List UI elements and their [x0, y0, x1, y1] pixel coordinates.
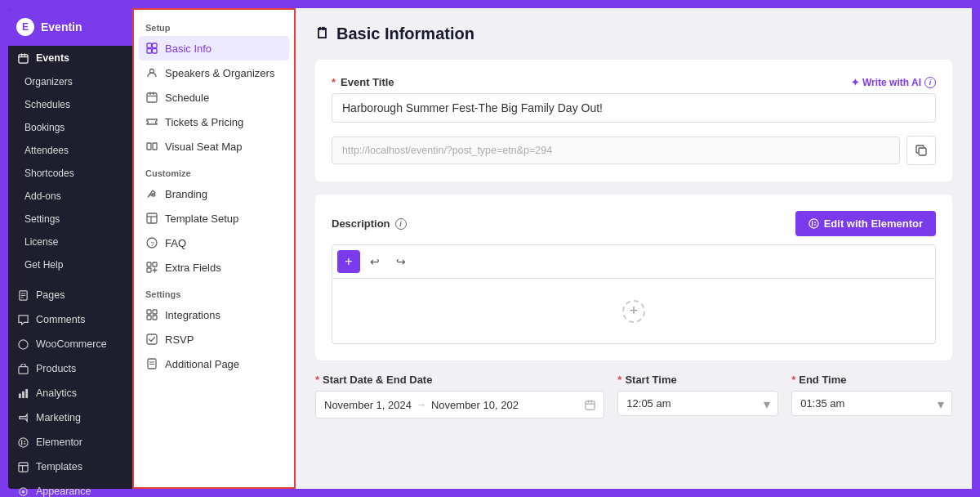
start-time-select[interactable]: 12:05 am: [617, 391, 778, 416]
description-label: Description i: [332, 217, 407, 230]
sub-sidebar: Setup Basic Info Speakers & Organizers S…: [132, 8, 296, 489]
svg-rect-9: [18, 366, 27, 373]
url-copy-button[interactable]: [906, 136, 936, 165]
marketing-icon: [16, 411, 29, 424]
sub-sidebar-basic-info[interactable]: Basic Info: [139, 36, 289, 60]
start-time-wrap: 12:05 am: [617, 391, 778, 416]
sidebar-item-marketing[interactable]: Marketing: [8, 405, 132, 430]
svg-rect-0: [18, 54, 27, 62]
event-title-required: *: [332, 76, 336, 88]
url-input[interactable]: [332, 137, 900, 164]
main-content-area: Setup Basic Info Speakers & Organizers S…: [132, 8, 972, 489]
sidebar-item-pages[interactable]: Pages: [8, 283, 132, 307]
svg-point-13: [18, 437, 27, 446]
sub-sidebar-additional-page[interactable]: Additional Page: [134, 351, 294, 376]
sub-sidebar-rsvp[interactable]: RSVP: [134, 327, 294, 351]
svg-point-21: [21, 490, 24, 493]
ticket-icon: [145, 115, 158, 128]
sidebar-item-elementor[interactable]: Elementor: [8, 430, 132, 454]
editor-redo-button[interactable]: ↪: [390, 250, 412, 273]
svg-point-52: [809, 219, 818, 228]
sub-sidebar-integrations[interactable]: Integrations: [134, 302, 294, 327]
settings-section-title: Settings: [134, 284, 294, 302]
svg-rect-45: [147, 316, 151, 320]
templates-icon: [16, 460, 29, 473]
editor-body: +: [332, 279, 936, 344]
sub-sidebar-visual-seat[interactable]: Visual Seat Map: [134, 134, 294, 159]
user-circle-icon: [145, 66, 158, 79]
event-title-input[interactable]: [332, 93, 936, 123]
sidebar-item-analytics[interactable]: Analytics: [8, 381, 132, 405]
sub-sidebar-schedule[interactable]: Schedule: [134, 85, 294, 110]
sidebar-item-attendees[interactable]: Attendees: [8, 139, 132, 162]
svg-rect-32: [153, 143, 157, 150]
sidebar-item-bookings[interactable]: Bookings: [8, 116, 132, 139]
map-icon: [145, 140, 158, 153]
page-title-icon: 🗒: [315, 25, 330, 43]
template-icon: [145, 212, 158, 225]
sidebar-item-addons[interactable]: Add-ons: [8, 185, 132, 208]
date-input[interactable]: November 1, 2024 → November 10, 202: [315, 391, 604, 419]
sub-sidebar-branding[interactable]: Branding: [134, 181, 294, 206]
sub-sidebar-faq[interactable]: ? FAQ: [134, 231, 294, 255]
editor-add-content-button[interactable]: +: [622, 300, 645, 323]
sidebar-item-products[interactable]: Products: [8, 356, 132, 381]
svg-rect-22: [147, 43, 152, 48]
svg-rect-38: [147, 262, 151, 266]
grid-plus-icon: [145, 261, 158, 274]
svg-rect-17: [18, 462, 27, 471]
svg-rect-33: [147, 213, 157, 223]
sidebar-item-schedules[interactable]: Schedules: [8, 93, 132, 116]
right-panel: 🗒 Basic Information * Event Title ✦ Writ…: [296, 8, 972, 489]
sidebar-item-organizers[interactable]: Organizers: [8, 70, 132, 93]
sidebar-item-comments[interactable]: Comments: [8, 307, 132, 332]
sidebar-item-settings[interactable]: Settings: [8, 208, 132, 231]
sub-sidebar-extra-fields[interactable]: Extra Fields: [134, 255, 294, 280]
logo-text: Eventin: [41, 20, 82, 34]
svg-rect-11: [22, 391, 24, 397]
paint-icon: [145, 187, 158, 200]
sub-sidebar-speakers[interactable]: Speakers & Organizers: [134, 60, 294, 85]
date-arrow: →: [416, 399, 426, 410]
sidebar-item-get-help[interactable]: Get Help: [8, 253, 132, 276]
sub-sidebar-template-setup[interactable]: Template Setup: [134, 206, 294, 231]
ai-star: ✦: [851, 77, 859, 88]
sub-sidebar-tickets[interactable]: Tickets & Pricing: [134, 110, 294, 134]
setup-section-title: Setup: [134, 18, 294, 36]
svg-rect-51: [919, 148, 926, 155]
sidebar-item-appearance[interactable]: Appearance: [8, 479, 132, 497]
sidebar-item-events[interactable]: Events: [8, 46, 132, 70]
svg-rect-25: [153, 49, 158, 54]
svg-rect-44: [153, 310, 157, 314]
elementor-btn-icon: [808, 218, 819, 229]
comments-icon: [16, 313, 29, 326]
svg-rect-10: [18, 393, 20, 398]
end-time-select[interactable]: 01:35 am: [791, 391, 952, 416]
svg-rect-46: [153, 316, 157, 320]
editor-add-block-button[interactable]: +: [337, 250, 360, 273]
edit-elementor-button[interactable]: Edit with Elementor: [795, 211, 936, 236]
svg-point-8: [18, 339, 27, 348]
calendar-icon: [16, 51, 29, 65]
end-time-field: * End Time 01:35 am: [791, 374, 952, 416]
elementor-icon: [16, 436, 29, 449]
description-section: Description i Edit with Elementor + ↩: [315, 195, 952, 360]
page-title: 🗒 Basic Information: [315, 25, 952, 43]
sidebar-item-license[interactable]: License: [8, 231, 132, 253]
page-icon: [145, 357, 158, 370]
ai-info-icon: i: [924, 77, 936, 88]
checkbox-icon: [145, 333, 158, 346]
event-title-section: * Event Title ✦ Write with AI i: [315, 60, 952, 181]
date-field: * Start Date & End Date November 1, 2024…: [315, 374, 604, 419]
main-sidebar: E Eventin Events Organizers Schedules Bo…: [8, 8, 132, 489]
calendar-grid-icon: [145, 91, 158, 104]
grid-icon: [145, 42, 158, 55]
url-row: [332, 136, 936, 165]
editor-undo-button[interactable]: ↩: [363, 250, 386, 273]
sidebar-item-woocommerce[interactable]: WooCommerce: [8, 332, 132, 356]
sidebar-item-templates[interactable]: Templates: [8, 454, 132, 479]
write-with-ai-link[interactable]: ✦ Write with AI i: [851, 77, 936, 88]
sidebar-item-shortcodes[interactable]: Shortcodes: [8, 162, 132, 185]
end-time-wrap: 01:35 am: [791, 391, 952, 416]
editor-toolbar: + ↩ ↪: [332, 244, 936, 279]
